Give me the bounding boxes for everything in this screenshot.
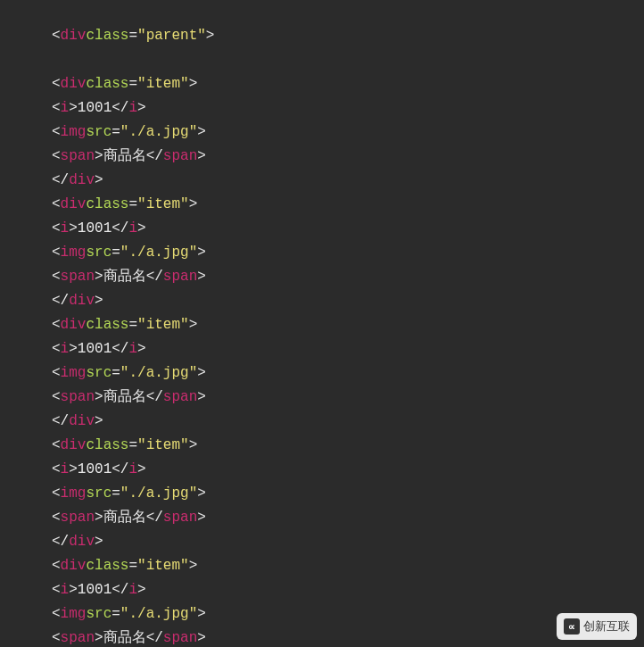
attr-value: "./a.jpg" xyxy=(120,241,197,265)
tag-name: div xyxy=(61,313,87,337)
text-node: 商品名 xyxy=(103,506,146,530)
code-line: <div class="item"> xyxy=(52,72,644,96)
attr-value: "./a.jpg" xyxy=(120,602,197,626)
attr-name: class xyxy=(86,72,128,96)
code-line: <img src="./a.jpg"> xyxy=(52,241,644,265)
tag-name: i xyxy=(128,96,137,120)
attr-value: "./a.jpg" xyxy=(120,482,197,506)
text-node: 商品名 xyxy=(103,626,146,647)
tag-name: i xyxy=(128,337,137,361)
code-line: <img src="./a.jpg"> xyxy=(52,482,644,506)
attr-value: "item" xyxy=(137,554,189,578)
code-line: <i>1001</i> xyxy=(52,96,644,120)
tag-name: img xyxy=(61,241,87,265)
code-line: <span>商品名</span> xyxy=(52,626,644,647)
tag-name: span xyxy=(163,506,197,530)
tag-name: i xyxy=(128,217,137,241)
attr-value: "item" xyxy=(137,434,189,458)
tag-name: img xyxy=(61,602,87,626)
code-line: <span>商品名</span> xyxy=(52,506,644,530)
code-line: <div class="item"> xyxy=(52,554,644,578)
tag-name: div xyxy=(61,554,87,578)
code-line: <div class="item"> xyxy=(52,434,644,458)
text-node: 1001 xyxy=(78,96,111,120)
tag-name: span xyxy=(61,145,95,169)
attr-name: src xyxy=(86,361,111,386)
tag-name: div xyxy=(69,289,95,313)
attr-value: "item" xyxy=(137,313,189,337)
attr-value: "./a.jpg" xyxy=(120,120,197,145)
tag-name: span xyxy=(61,506,95,530)
code-line: <span>商品名</span> xyxy=(52,145,644,169)
tag-name: i xyxy=(61,578,70,602)
text-node: 商品名 xyxy=(103,386,146,410)
code-line: </div> xyxy=(52,289,644,313)
tag-name: span xyxy=(61,386,95,410)
code-line: <div class="item"> xyxy=(52,193,644,217)
code-line: <i>1001</i> xyxy=(52,578,644,602)
code-line: <span>商品名</span> xyxy=(52,265,644,289)
text-node: 1001 xyxy=(78,217,111,241)
code-line: <span>商品名</span> xyxy=(52,386,644,410)
tag-name: i xyxy=(61,337,70,361)
tag-name: i xyxy=(61,458,70,482)
code-line: <img src="./a.jpg"> xyxy=(52,602,644,626)
attr-name: class xyxy=(86,24,128,48)
code-line: <i>1001</i> xyxy=(52,337,644,361)
text-node: 商品名 xyxy=(103,265,146,289)
tag-name: img xyxy=(61,120,87,145)
tag-name: div xyxy=(69,410,95,434)
tag-name: div xyxy=(61,72,87,96)
attr-name: src xyxy=(86,120,111,145)
attr-value: "./a.jpg" xyxy=(120,361,197,386)
code-line: <div class="parent"> xyxy=(52,24,644,48)
tag-name: span xyxy=(61,265,95,289)
code-line: </div> xyxy=(52,410,644,434)
code-line: <img src="./a.jpg"> xyxy=(52,120,644,145)
tag-name: i xyxy=(61,96,70,120)
tag-name: div xyxy=(69,169,95,193)
tag-name: i xyxy=(128,458,137,482)
tag-name: span xyxy=(163,386,197,410)
tag-name: div xyxy=(69,530,95,554)
tag-name: img xyxy=(61,482,87,506)
text-node: 1001 xyxy=(78,578,111,602)
code-line: <i>1001</i> xyxy=(52,217,644,241)
tag-name: div xyxy=(61,434,87,458)
attr-value: "item" xyxy=(137,72,189,96)
code-line: <img src="./a.jpg"> xyxy=(52,361,644,386)
code-line: </div> xyxy=(52,169,644,193)
tag-name: span xyxy=(61,626,95,647)
code-editor[interactable]: <div class="parent"> <div class="item"> … xyxy=(0,0,644,647)
watermark-badge: ∝ 创新互联 xyxy=(557,613,637,640)
tag-name: span xyxy=(163,626,197,647)
code-line: <i>1001</i> xyxy=(52,458,644,482)
text-node: 1001 xyxy=(78,458,111,482)
code-line: <div class="item"> xyxy=(52,313,644,337)
attr-name: src xyxy=(86,482,111,506)
watermark-text: 创新互联 xyxy=(583,617,630,636)
tag-name: img xyxy=(61,361,87,386)
tag-name: div xyxy=(61,193,87,217)
tag-name: div xyxy=(61,24,87,48)
watermark-icon: ∝ xyxy=(564,618,580,635)
tag-name: i xyxy=(128,578,137,602)
tag-name: span xyxy=(163,265,197,289)
attr-name: class xyxy=(86,434,128,458)
attr-name: class xyxy=(86,193,128,217)
attr-name: src xyxy=(86,241,111,265)
tag-name: span xyxy=(163,145,197,169)
tag-name: i xyxy=(61,217,70,241)
text-node: 商品名 xyxy=(103,145,146,169)
attr-value: "parent" xyxy=(137,24,206,48)
attr-name: src xyxy=(86,602,111,626)
attr-name: class xyxy=(86,313,128,337)
attr-name: class xyxy=(86,554,128,578)
attr-value: "item" xyxy=(137,193,189,217)
code-line: </div> xyxy=(52,530,644,554)
text-node: 1001 xyxy=(78,337,111,361)
